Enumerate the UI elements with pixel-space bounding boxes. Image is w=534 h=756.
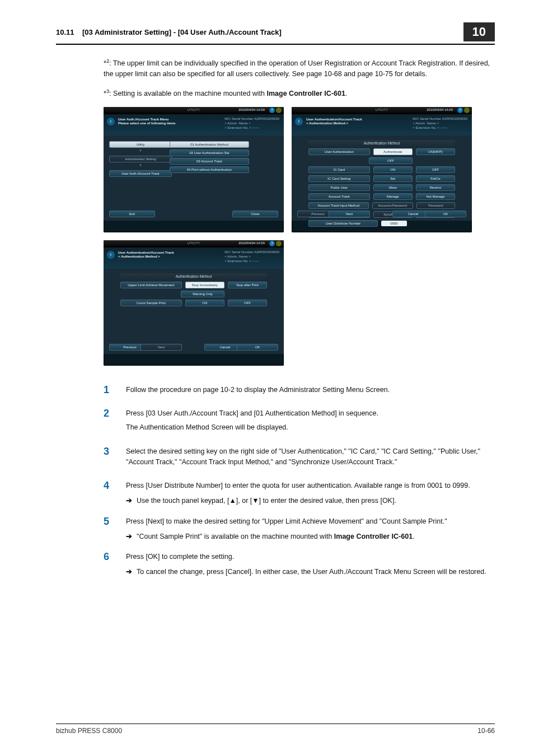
label-count-sample: Count Sample Print	[120, 300, 182, 306]
opt-stop-after[interactable]: Stop after Print	[228, 282, 267, 288]
step-text: The Authentication Method Screen will be…	[126, 422, 495, 433]
banner-meta: M/C Serial Number A1RF001000030 < Admin.…	[224, 250, 279, 264]
help-icon[interactable]: ?	[269, 241, 275, 246]
opt-allow[interactable]: Allow	[373, 184, 413, 191]
step-number: 3	[104, 446, 114, 471]
admin-label: < Admin. Name >	[413, 121, 467, 125]
section-number: 10.11	[56, 28, 74, 36]
step-3: 3 Select the desired setting key on the …	[104, 446, 495, 471]
footnote-2: *2: The upper limit can be individually …	[104, 57, 495, 80]
shot-body: Utility Administrator Setting User Auth.…	[104, 136, 284, 221]
footnote-3-text: : Setting is available on the machine mo…	[109, 90, 266, 97]
ext-label: < Extension No. > ——	[224, 259, 279, 263]
help-icon[interactable]: ?	[269, 108, 275, 113]
crumb-admin[interactable]: Administrator Setting	[109, 156, 172, 162]
exit-button[interactable]: Exit	[109, 211, 155, 217]
step-text: Press [OK] to complete the setting.	[126, 552, 495, 562]
opt-off[interactable]: OFF	[228, 300, 267, 306]
info-icon: i	[107, 251, 115, 259]
datetime-label: 2010/04/04 14:00	[238, 108, 265, 111]
step-number: 4	[104, 480, 114, 506]
step-number: 5	[104, 516, 114, 542]
shot-body: Authentication Method User Authenticatio…	[292, 136, 472, 221]
header-rule	[56, 44, 495, 45]
step-text: Press [03 User Auth./Account Track] and …	[126, 408, 495, 419]
screenshot-menu: UTILITY 2010/04/04 14:00 ? i User Auth./…	[104, 107, 284, 232]
label-iccard: IC Card	[308, 166, 370, 173]
shot-topbar: UTILITY 2010/04/04 14:00 ?	[104, 240, 284, 248]
panel-header: Authentication Method	[308, 140, 455, 146]
next-button[interactable]: Next	[329, 211, 370, 217]
step-5: 5 Press [Next] to make the desired setti…	[104, 516, 495, 542]
step-number: 2	[104, 408, 114, 436]
step-number: 6	[104, 552, 114, 577]
page-footer: bizhub PRESS C8000 10-66	[56, 724, 495, 735]
top-icons: ?	[457, 108, 470, 113]
substep: ➔ To cancel the change, press [Cancel]. …	[126, 567, 495, 577]
shot-body: Authentication Method Upper Limit Achiev…	[104, 269, 284, 354]
menu-account-track[interactable]: 03 Account Track	[170, 158, 249, 165]
menu-user-auth-set[interactable]: 02 User Authentication Set	[170, 150, 249, 156]
top-icons: ?	[269, 241, 282, 246]
substep-text: To cancel the change, press [Cancel]. In…	[137, 567, 486, 577]
shot-banner: i User Authentication/Account Track < Au…	[292, 114, 472, 136]
info-icon: i	[295, 118, 303, 125]
ok-button[interactable]: OK	[425, 211, 466, 217]
label-upperlimit: Upper Limit Achieve Movement	[120, 282, 182, 288]
arrow-icon: ➔	[126, 567, 132, 577]
step-4: 4 Press [User Distribute Number] to ente…	[104, 480, 495, 506]
screenshot-group: UTILITY 2010/04/04 14:00 ? i User Auth./…	[104, 107, 495, 374]
opt-not-manage[interactable]: Not Manage	[416, 193, 455, 200]
banner-meta: M/C Serial Number A1RF001000030 < Admin.…	[224, 116, 279, 130]
opt-set[interactable]: Set	[373, 175, 413, 182]
opt-restrict[interactable]: Restrict	[416, 184, 455, 191]
utility-label: UTILITY	[188, 241, 200, 245]
settings-panel: Authentication Method User Authenticatio…	[308, 140, 455, 205]
opt-authenticate[interactable]: Authenticate	[373, 148, 413, 155]
label-user-dist-num[interactable]: User Distribute Number	[308, 220, 378, 227]
serial-label: M/C Serial Number A1RF001000030	[413, 116, 467, 121]
crumb-utility[interactable]: Utility	[109, 141, 172, 148]
menu-print-noauth[interactable]: 04 Print without Authentication	[170, 166, 249, 173]
opt-on[interactable]: ON	[185, 300, 224, 306]
shot-banner: i User Authentication/Account Track < Au…	[104, 248, 284, 269]
period: .	[413, 533, 414, 540]
opt-warning-only[interactable]: Warning Only	[181, 291, 224, 297]
opt-iccard-on[interactable]: ON	[373, 166, 413, 173]
opt-off[interactable]: OFF	[369, 157, 413, 164]
ok-button[interactable]: OK	[237, 344, 278, 351]
footer-page-number: 10-66	[477, 727, 495, 735]
help-icon[interactable]: ?	[457, 108, 463, 113]
serial-label: M/C Serial Number A1RF001000030	[224, 250, 279, 254]
substep-text: "Count Sample Print" is available on the…	[137, 531, 415, 542]
step-1: 1 Follow the procedure on page 10-2 to d…	[104, 385, 495, 399]
panel-header: Authentication Method	[120, 273, 267, 279]
opt-on-mfp[interactable]: ON(MFP)	[416, 148, 455, 155]
step-text: Select the desired setting key on the ri…	[126, 446, 495, 468]
step-number: 1	[104, 385, 114, 399]
substep: ➔ Use the touch panel keypad, [▲], or [▼…	[126, 496, 495, 506]
indicator-icon	[276, 241, 282, 246]
admin-label: < Admin. Name >	[224, 121, 279, 125]
menu-auth-method[interactable]: 01 Authentication Method	[170, 141, 249, 148]
shot-banner: i User Auth./Account Track Menu Please s…	[104, 114, 284, 136]
opt-felica[interactable]: FeliCa	[416, 175, 455, 182]
label-userauth: User Authentication	[308, 148, 370, 155]
info-icon: i	[107, 118, 115, 125]
indicator-icon	[464, 108, 470, 113]
admin-label: < Admin. Name >	[224, 254, 279, 259]
label-iccard-setting: IC Card Setting	[308, 175, 370, 182]
close-button[interactable]: Close	[232, 211, 278, 217]
step-2: 2 Press [03 User Auth./Account Track] an…	[104, 408, 495, 436]
ext-label: < Extension No. > ——	[224, 125, 279, 130]
crumb-userauth[interactable]: User Auth./Account Track	[109, 170, 172, 177]
step-6: 6 Press [OK] to complete the setting. ➔ …	[104, 552, 495, 577]
chapter-badge: 10	[463, 22, 495, 41]
shot-topbar: UTILITY 2010/04/04 14:00 ?	[292, 107, 472, 114]
serial-label: M/C Serial Number A1RF001000030	[224, 116, 279, 121]
footnote-3-bold: Image Controller IC-601	[267, 90, 345, 97]
opt-iccard-off[interactable]: OFF	[416, 166, 455, 173]
opt-stop-immediate[interactable]: Stop Immediately	[185, 282, 224, 288]
utility-label: UTILITY	[376, 108, 388, 111]
opt-manage[interactable]: Manage	[373, 193, 413, 200]
